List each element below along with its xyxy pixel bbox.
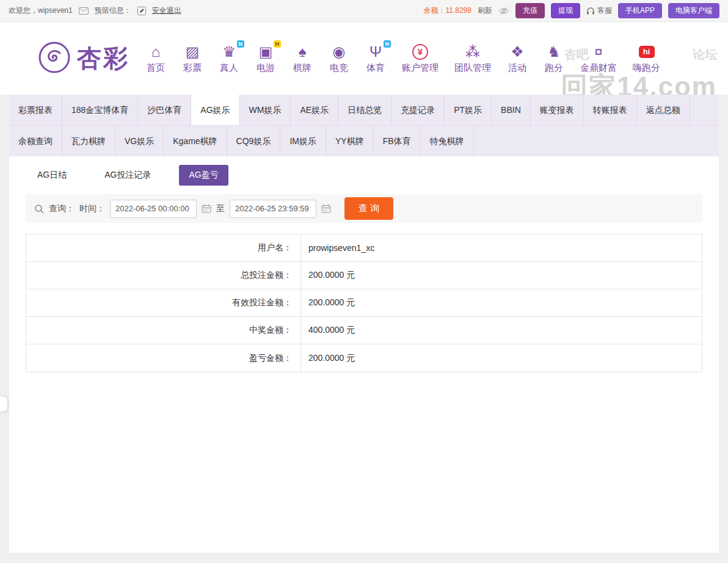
tab-item[interactable]: PT娱乐 (445, 95, 492, 125)
table-row-label: 中奖金额： (26, 317, 301, 344)
nav-item-lottery[interactable]: ▨ 彩票 (182, 43, 203, 74)
tab-item[interactable]: 余额查询 (9, 126, 62, 156)
nav-item-activity[interactable]: ❖ 活动 (507, 43, 528, 74)
query-submit-button[interactable]: 查 询 (344, 197, 393, 220)
lottery-icon: ▨ (182, 43, 203, 61)
nav-item-home[interactable]: ⌂ 首页 (145, 43, 166, 74)
table-row-label: 盈亏金额： (26, 344, 301, 372)
nav-item-label: 账户管理 (402, 61, 439, 74)
start-time-input[interactable] (110, 200, 197, 218)
nav-badge: H (274, 40, 282, 48)
tab-item[interactable]: VG娱乐 (115, 126, 164, 156)
tab-item[interactable]: 转账报表 (584, 95, 637, 125)
table-row-value: 200.0000 元 (301, 344, 702, 372)
main-nav: ⌂ 首页 ▨ 彩票 ♛ N 真人 ▣ H 电游 ♠ (145, 43, 660, 74)
table-row: 盈亏金额： 200.0000 元 (26, 344, 702, 372)
edit-icon[interactable] (137, 7, 146, 15)
nav-item-label: 彩票 (182, 61, 203, 74)
tab-item[interactable]: BBIN (492, 95, 531, 125)
jinding-wealth-icon: ¤ (580, 43, 617, 61)
header: 杏吧 论坛 回家14.com 杏彩 ⌂ 首页 ▨ 彩票 ♛ N (0, 22, 728, 95)
table-row-label: 总投注金额： (26, 262, 301, 289)
tab-item[interactable]: CQ9娱乐 (227, 126, 281, 156)
nav-item-live-casino[interactable]: ♛ N 真人 (219, 43, 239, 74)
subtab-item[interactable]: AG日结 (27, 165, 76, 186)
welcome-text: 欢迎您，wipseven1 (9, 5, 73, 16)
tab-item[interactable]: IM娱乐 (280, 126, 326, 156)
table-row: 中奖金额： 400.0000 元 (26, 317, 702, 344)
logout-link[interactable]: 安全退出 (152, 5, 181, 16)
tab-item[interactable]: AG娱乐 (191, 95, 239, 125)
customer-service-label: 客服 (597, 5, 612, 16)
logo[interactable]: 杏彩 (38, 41, 129, 76)
balance-text: 余额：11.8298 (423, 5, 471, 16)
tab-item[interactable]: Kgame棋牌 (164, 126, 227, 156)
tab-item[interactable]: 彩票报表 (9, 95, 62, 125)
nav-item-hi-paofen[interactable]: hi 嗨跑分 (633, 43, 660, 74)
headset-icon (586, 7, 595, 15)
table-row-label: 有效投注金额： (26, 289, 301, 316)
refresh-link[interactable]: 刷新 (478, 5, 492, 16)
calendar-end-icon[interactable] (321, 204, 331, 213)
paofen-icon: ♞ (544, 43, 564, 61)
nav-item-electronic-games[interactable]: ▣ H 电游 (255, 43, 276, 74)
table-row-label: 用户名： (26, 234, 301, 261)
table-row-value: prowipseven1_xc (301, 234, 702, 261)
topbar: 欢迎您，wipseven1 预留信息： 安全退出 余额：11.8298 刷新 充… (0, 0, 728, 22)
nav-item-jinding-wealth[interactable]: ¤ 金鼎财富 (580, 43, 617, 74)
table-row-value: 200.0000 元 (301, 289, 702, 316)
nav-item-esports[interactable]: ◉ 电竞 (329, 43, 349, 74)
recharge-button[interactable]: 充值 (515, 3, 545, 18)
tab-item[interactable]: 充提记录 (391, 95, 445, 125)
nav-item-team-management[interactable]: ⁂ 团队管理 (454, 43, 491, 74)
nav-item-label: 体育 (365, 61, 386, 74)
electronic-games-icon: ▣ (255, 43, 276, 61)
page: { "topbar": { "welcome": "欢迎您，wipseven1"… (0, 0, 728, 563)
main-panel: 彩票报表188金宝博体育沙巴体育AG娱乐WM娱乐AE娱乐日结总览充提记录PT娱乐… (9, 95, 719, 553)
nav-item-label: 电竞 (329, 61, 349, 74)
tab-item[interactable]: 沙巴体育 (138, 95, 191, 125)
tab-item[interactable]: 瓦力棋牌 (62, 126, 115, 156)
nav-item-paofen[interactable]: ♞ 跑分 (544, 43, 564, 74)
tab-item[interactable]: 返点总额 (637, 95, 690, 125)
eye-off-icon[interactable] (498, 7, 509, 15)
nav-item-label: 活动 (507, 61, 528, 74)
board-games-icon: ♠ (292, 43, 313, 61)
tab-item[interactable]: 特兔棋牌 (421, 126, 474, 156)
tab-item[interactable]: FB体育 (374, 126, 421, 156)
tab-item[interactable]: 188金宝博体育 (62, 95, 138, 125)
tab-item[interactable]: WM娱乐 (240, 95, 291, 125)
summary-table: 用户名： prowipseven1_xc 总投注金额： 200.0000 元 有… (26, 234, 702, 372)
tab-item[interactable]: 账变报表 (531, 95, 584, 125)
balance-value: 11.8298 (445, 6, 471, 15)
table-row: 有效投注金额： 200.0000 元 (26, 289, 702, 317)
end-time-input[interactable] (230, 200, 316, 218)
tab-item[interactable]: 日结总览 (338, 95, 391, 125)
message-icon[interactable] (79, 7, 89, 15)
report-tabs-row1: 彩票报表188金宝博体育沙巴体育AG娱乐WM娱乐AE娱乐日结总览充提记录PT娱乐… (9, 95, 719, 126)
subtab-item[interactable]: AG盈亏 (179, 165, 228, 186)
table-row: 总投注金额： 200.0000 元 (26, 262, 702, 289)
tab-item[interactable]: AE娱乐 (291, 95, 338, 125)
live-casino-icon: ♛ (219, 43, 239, 61)
nav-item-label: 跑分 (544, 61, 564, 74)
pc-client-button[interactable]: 电脑客户端 (668, 3, 719, 18)
report-tabs-row2: 余额查询瓦力棋牌VG娱乐Kgame棋牌CQ9娱乐IM娱乐YY棋牌FB体育特兔棋牌 (9, 126, 719, 156)
nav-item-account-management[interactable]: ¥ 账户管理 (402, 43, 439, 74)
query-label: 查询： (49, 203, 75, 214)
customer-service-link[interactable]: 客服 (586, 5, 612, 16)
nav-item-sports[interactable]: Ψ N 体育 (365, 43, 386, 74)
side-float-tab[interactable] (0, 396, 8, 412)
nav-badge: N (384, 40, 391, 48)
withdraw-button[interactable]: 提现 (551, 3, 580, 18)
tab-item[interactable]: YY棋牌 (326, 126, 374, 156)
to-label: 至 (216, 203, 225, 214)
mobile-app-button[interactable]: 手机APP (618, 3, 662, 18)
nav-badge: N (237, 40, 245, 48)
subtabs: AG日结AG投注记录AG盈亏 (9, 156, 719, 193)
nav-item-board-games[interactable]: ♠ 棋牌 (292, 43, 313, 74)
logo-text: 杏彩 (77, 42, 129, 75)
calendar-start-icon[interactable] (202, 204, 211, 213)
subtab-item[interactable]: AG投注记录 (95, 165, 161, 186)
nav-item-label: 真人 (219, 61, 239, 74)
